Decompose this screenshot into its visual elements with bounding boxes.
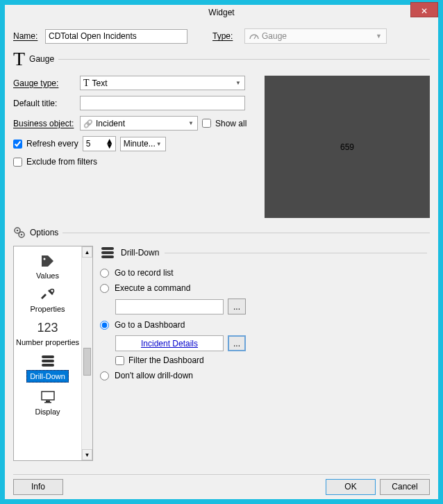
radio-execute-cmd[interactable] <box>100 284 109 293</box>
titlebar: Widget ✕ <box>5 5 438 20</box>
svg-line-0 <box>254 35 256 39</box>
refresh-unit-combo[interactable]: Minute... ▼ <box>120 137 166 151</box>
scroll-thumb[interactable] <box>83 348 91 376</box>
scroll-up-icon[interactable]: ▲ <box>82 246 92 258</box>
svg-rect-8 <box>42 360 54 362</box>
gauge-type-value: Text <box>92 78 108 88</box>
preview-value: 659 <box>340 142 354 152</box>
business-object-combo[interactable]: Incident ▼ <box>80 116 198 131</box>
svg-rect-9 <box>42 364 54 367</box>
browse-dashboard-button[interactable]: ... <box>228 335 246 351</box>
svg-rect-12 <box>44 402 51 403</box>
default-title-label: Default title: <box>13 99 76 108</box>
text-icon: T <box>13 49 25 69</box>
svg-rect-14 <box>101 251 114 254</box>
name-input[interactable] <box>45 29 187 44</box>
exclude-filters-checkbox[interactable] <box>13 158 22 167</box>
options-sidebar: Values Properties 123 Number properties … <box>13 246 93 461</box>
stack-icon <box>100 246 115 260</box>
show-all-label: Show all <box>215 119 246 128</box>
svg-point-2 <box>17 230 19 232</box>
radio-go-dashboard[interactable] <box>100 321 109 330</box>
refresh-value: 5 <box>86 139 91 149</box>
refresh-label: Refresh every <box>26 139 78 149</box>
drilldown-panel: Drill-Down Go to record list Execute a c… <box>97 246 430 461</box>
gauge-type-label: Gauge type: <box>13 78 76 88</box>
info-button[interactable]: Info <box>13 479 63 495</box>
show-all-checkbox[interactable] <box>202 119 211 128</box>
text-icon-small: T <box>83 78 90 89</box>
scroll-down-icon[interactable]: ▼ <box>82 449 92 460</box>
spin-down-icon[interactable]: ▼ <box>106 144 114 149</box>
ok-button[interactable]: OK <box>326 479 376 495</box>
sidebar-item-values[interactable]: Values <box>14 249 81 283</box>
sidebar-scrollbar[interactable]: ▲ ▼ <box>81 246 92 460</box>
close-icon: ✕ <box>421 6 428 16</box>
svg-rect-13 <box>101 247 114 250</box>
tag-icon <box>15 252 80 270</box>
svg-rect-10 <box>42 392 54 400</box>
refresh-checkbox[interactable] <box>13 140 22 149</box>
business-object-value: Incident <box>96 119 125 128</box>
type-combo[interactable]: Gauge ▼ <box>244 28 387 44</box>
widget-dialog: Widget ✕ Name: Type: Gauge ▼ T Gauge <box>4 4 439 500</box>
monitor-icon <box>15 388 80 406</box>
sidebar-label: Number properties <box>15 338 80 346</box>
chevron-down-icon: ▼ <box>188 120 194 126</box>
gauge-type-combo[interactable]: T Text ▼ <box>80 76 245 90</box>
gauge-icon <box>249 33 259 40</box>
sidebar-label: Values <box>15 271 80 280</box>
default-title-input[interactable] <box>80 96 245 110</box>
svg-point-6 <box>50 289 53 293</box>
sidebar-label: Display <box>15 408 80 416</box>
gauge-section-label: Gauge <box>29 54 54 64</box>
business-object-label: Business object: <box>13 119 76 128</box>
svg-rect-11 <box>46 401 50 402</box>
gear-icon <box>13 226 26 239</box>
gauge-preview: 659 <box>265 76 430 218</box>
command-input[interactable] <box>115 299 224 314</box>
chain-icon <box>83 119 93 128</box>
radio-go-record[interactable] <box>100 269 109 278</box>
dont-allow-label: Don't allow drill-down <box>115 371 193 380</box>
svg-rect-15 <box>101 255 114 258</box>
window-title: Widget <box>208 8 234 17</box>
name-label: Name: <box>13 31 41 41</box>
sidebar-label: Drill-Down <box>30 372 65 380</box>
gauge-section-header: T Gauge <box>13 49 430 69</box>
type-label: Type: <box>212 31 240 41</box>
svg-rect-7 <box>42 355 54 358</box>
filter-dashboard-label: Filter the Dashboard <box>128 355 204 365</box>
options-section-header: Options <box>13 226 430 239</box>
chevron-down-icon: ▼ <box>376 33 382 40</box>
chevron-down-icon: ▼ <box>156 141 162 147</box>
dashboard-link-button[interactable]: Incident Details <box>115 335 224 351</box>
filter-dashboard-checkbox[interactable] <box>115 356 124 365</box>
tools-icon <box>15 285 80 303</box>
svg-point-5 <box>43 258 45 260</box>
sidebar-item-display[interactable]: Display <box>14 385 81 419</box>
dialog-footer: Info OK Cancel <box>13 474 430 495</box>
go-record-label: Go to record list <box>115 268 174 278</box>
sidebar-item-drilldown[interactable]: Drill-Down <box>14 349 81 385</box>
stack-icon <box>15 352 80 370</box>
options-section-label: Options <box>30 228 58 237</box>
chevron-down-icon: ▼ <box>235 80 241 86</box>
close-button[interactable]: ✕ <box>410 2 438 17</box>
exclude-filters-label: Exclude from filters <box>26 157 97 167</box>
refresh-unit-value: Minute... <box>124 139 156 149</box>
refresh-spin[interactable]: 5 ▲▼ <box>83 136 116 151</box>
drilldown-header-label: Drill-Down <box>121 248 159 258</box>
numbers-icon: 123 <box>15 319 80 337</box>
radio-dont-allow[interactable] <box>100 371 109 380</box>
sidebar-item-number-properties[interactable]: 123 Number properties <box>14 316 81 349</box>
type-value: Gauge <box>262 31 287 41</box>
execute-cmd-label: Execute a command <box>115 283 190 293</box>
go-dashboard-label: Go to a Dashboard <box>115 320 185 330</box>
browse-cmd-button[interactable]: ... <box>228 299 246 314</box>
sidebar-label: Properties <box>15 305 80 313</box>
sidebar-item-properties[interactable]: Properties <box>14 283 81 316</box>
svg-point-4 <box>21 234 23 236</box>
cancel-button[interactable]: Cancel <box>380 479 430 495</box>
